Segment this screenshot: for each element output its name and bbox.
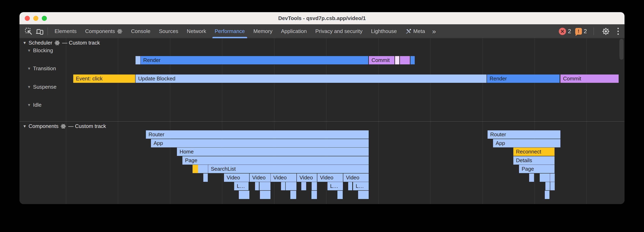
flame-bar[interactable] — [410, 56, 415, 64]
flame-bar[interactable] — [239, 191, 249, 199]
flame-bar-reconnect[interactable]: Reconnect — [513, 148, 554, 156]
tab-network[interactable]: Network — [182, 24, 210, 38]
issues-icon: ! — [575, 28, 582, 35]
lane-label-suspense[interactable]: ▼Suspense — [27, 84, 56, 90]
panel-tabs: ElementsComponentsConsoleSourcesNetworkP… — [50, 24, 429, 38]
flame-bar-router[interactable]: Router — [146, 130, 369, 139]
flame-bar[interactable] — [281, 182, 285, 190]
custom-track-suffix: — Custom track — [68, 123, 106, 129]
tab-console[interactable]: Console — [127, 24, 154, 38]
performance-flame-chart[interactable]: ▼ Scheduler — Custom track ▼Blocking▼Tra… — [20, 38, 624, 204]
devtools-window: DevTools - qsvd7p.csb.app/video/1 Elemen… — [20, 12, 624, 204]
flame-bar-l-[interactable]: L… — [234, 182, 248, 190]
issues-badge[interactable]: ! 2 — [575, 28, 587, 35]
tab-meta[interactable]: Meta — [401, 24, 429, 38]
react-icon — [54, 40, 60, 46]
tab-elements[interactable]: Elements — [50, 24, 81, 38]
tab-label: Lighthouse — [371, 28, 397, 34]
tab-application[interactable]: Application — [277, 24, 311, 38]
react-icon — [60, 123, 66, 129]
flame-bar-l-[interactable]: L… — [353, 182, 369, 190]
flame-bar[interactable] — [260, 182, 270, 190]
flame-bar[interactable] — [395, 56, 399, 64]
flame-bar-searchlist[interactable]: SearchList — [208, 165, 369, 173]
flame-bar-render[interactable]: Render — [487, 75, 560, 83]
flame-bar-video[interactable]: Video — [224, 173, 249, 182]
tab-sources[interactable]: Sources — [154, 24, 182, 38]
lane-label-idle[interactable]: ▼Idle — [27, 102, 42, 108]
flame-bar-update-blocked[interactable]: Update Blocked — [136, 75, 486, 83]
tools-icon — [406, 28, 412, 34]
flame-bar[interactable] — [540, 173, 550, 182]
flame-bar[interactable] — [203, 173, 208, 182]
flame-bar-video[interactable]: Video — [250, 173, 270, 182]
tab-privacy-and-security[interactable]: Privacy and security — [311, 24, 367, 38]
minimize-window-button[interactable] — [33, 16, 38, 21]
flame-bar[interactable] — [312, 182, 317, 190]
tab-memory[interactable]: Memory — [249, 24, 277, 38]
flame-bar[interactable] — [545, 191, 550, 199]
collapse-triangle-icon: ▼ — [27, 66, 31, 71]
flame-bar-video[interactable]: Video — [271, 173, 296, 182]
flame-bar[interactable] — [400, 56, 410, 64]
track-divider — [20, 121, 624, 122]
flame-bar[interactable] — [260, 191, 270, 199]
flame-bar[interactable] — [286, 182, 296, 190]
devtools-toolbar: ElementsComponentsConsoleSourcesNetworkP… — [20, 24, 624, 38]
tab-performance[interactable]: Performance — [210, 24, 249, 38]
tab-components[interactable]: Components — [81, 24, 126, 38]
flame-bar-app[interactable]: App — [151, 139, 369, 147]
scheduler-track-header[interactable]: ▼ Scheduler — Custom track — [23, 40, 100, 46]
scheduler-track-title: Scheduler — [28, 40, 52, 46]
toolbar-separator — [48, 27, 48, 35]
flame-bar[interactable] — [550, 182, 555, 190]
flame-bar-l-[interactable]: L… — [328, 182, 343, 190]
flame-bar-home[interactable]: Home — [177, 148, 369, 156]
kebab-menu-icon[interactable] — [616, 28, 621, 35]
flame-bar[interactable] — [136, 56, 140, 64]
lane-label-blocking[interactable]: ▼Blocking — [27, 47, 53, 54]
components-track-header[interactable]: ▼ Components — Custom track — [23, 123, 106, 129]
tab-label: Console — [131, 28, 150, 34]
flame-bar[interactable] — [338, 191, 343, 199]
flame-bar-video[interactable]: Video — [317, 173, 343, 182]
inspect-icon[interactable] — [23, 26, 34, 37]
flame-bar-commit[interactable]: Commit — [369, 56, 394, 64]
flame-bar[interactable] — [192, 165, 198, 173]
flame-bar-page[interactable]: Page — [519, 165, 554, 173]
flame-bar[interactable] — [348, 182, 352, 190]
flame-bar[interactable] — [198, 165, 208, 173]
flame-bar[interactable] — [312, 191, 317, 199]
flame-bar[interactable] — [255, 182, 259, 190]
tab-label: Privacy and security — [315, 28, 362, 34]
close-window-button[interactable] — [25, 16, 30, 21]
flame-bar[interactable] — [358, 191, 369, 199]
collapse-triangle-icon: ▼ — [27, 85, 31, 89]
console-error-badge[interactable]: 2 — [559, 28, 571, 35]
flame-bar-app[interactable]: App — [493, 139, 560, 147]
tab-label: Components — [85, 28, 115, 34]
flame-bar-page[interactable]: Page — [182, 156, 369, 165]
flame-bar-details[interactable]: Details — [513, 156, 554, 165]
flame-bar[interactable] — [301, 182, 306, 190]
flame-bar-commit[interactable]: Commit — [560, 75, 619, 83]
tab-lighthouse[interactable]: Lighthouse — [367, 24, 401, 38]
vertical-scrollbar-thumb[interactable] — [620, 39, 624, 60]
flame-bar-video[interactable]: Video — [297, 173, 317, 182]
more-tabs-chevron[interactable]: » — [429, 27, 439, 35]
flame-bar-video[interactable]: Video — [343, 173, 369, 182]
flame-bar[interactable] — [550, 173, 555, 182]
gear-icon[interactable] — [600, 26, 611, 37]
tab-label: Network — [187, 28, 206, 34]
custom-track-suffix: — Custom track — [62, 40, 100, 46]
lane-label-transition[interactable]: ▼Transition — [27, 65, 56, 72]
flame-bar[interactable] — [546, 182, 550, 190]
flame-bar[interactable] — [290, 191, 296, 199]
device-toolbar-icon[interactable] — [34, 26, 45, 37]
zoom-window-button[interactable] — [42, 16, 47, 21]
flame-bar-render[interactable]: Render — [140, 56, 368, 64]
collapse-triangle-icon: ▼ — [23, 41, 26, 45]
flame-bar[interactable] — [529, 173, 534, 182]
flame-bar-event-click[interactable]: Event: click — [73, 75, 135, 83]
flame-bar-router[interactable]: Router — [488, 130, 560, 139]
